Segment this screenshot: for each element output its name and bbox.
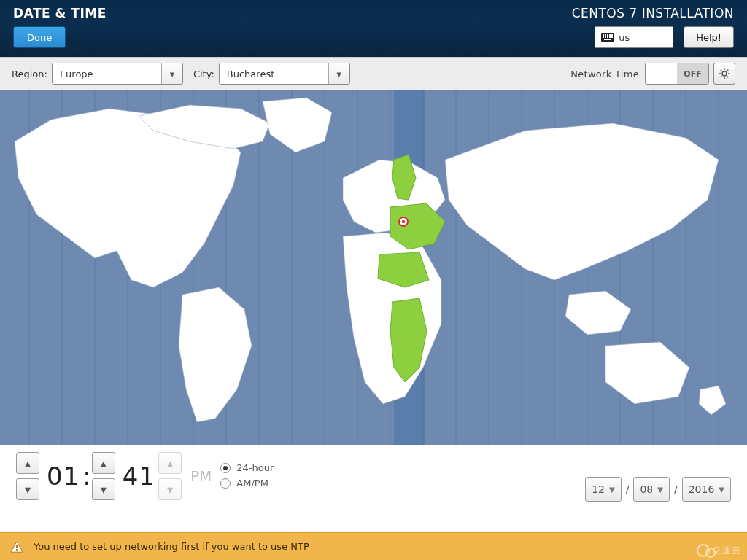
done-button[interactable]: Done: [13, 26, 66, 48]
gear-icon: [719, 68, 730, 79]
minutes-up-button[interactable]: ▴: [92, 452, 115, 474]
svg-line-17: [721, 70, 722, 71]
toggle-on: [646, 63, 677, 84]
hours-down-button[interactable]: ▾: [16, 478, 39, 500]
date-separator: /: [626, 483, 630, 495]
time-ampm: PM: [190, 467, 212, 485]
svg-line-19: [727, 70, 729, 71]
keyboard-icon: [601, 33, 614, 42]
hours-up-button[interactable]: ▴: [16, 452, 39, 474]
time-hours: 01: [45, 462, 81, 491]
time-minutes: 41: [121, 462, 157, 491]
header-right: CENTOS 7 INSTALLATION: [572, 6, 734, 20]
radio-ampm-label: AM/PM: [236, 478, 268, 489]
svg-rect-10: [611, 36, 613, 38]
svg-line-18: [727, 77, 729, 78]
radio-ampm[interactable]: AM/PM: [220, 478, 274, 489]
warning-text: You need to set up networking first if y…: [34, 541, 309, 552]
installer-title: CENTOS 7 INSTALLATION: [572, 6, 734, 20]
ampm-up-button[interactable]: ▴: [158, 452, 182, 474]
keyboard-layout-indicator[interactable]: us: [595, 26, 673, 48]
svg-point-44: [402, 220, 406, 224]
day-value: 08: [640, 483, 653, 495]
chevron-down-icon: ▼: [719, 486, 724, 494]
location-pin: [399, 217, 408, 226]
city-value: Bucharest: [220, 63, 329, 84]
continents: [15, 98, 726, 422]
network-time-toggle[interactable]: OFF: [645, 63, 709, 85]
month-combo[interactable]: 12 ▼: [585, 477, 622, 502]
region-label: Region:: [12, 69, 47, 79]
svg-rect-4: [609, 34, 611, 36]
svg-rect-11: [604, 39, 611, 40]
time-format-group: 24-hour AM/PM: [220, 452, 274, 489]
chevron-down-icon[interactable]: ▾: [329, 63, 349, 84]
radio-24hour[interactable]: 24-hour: [220, 462, 274, 473]
watermark: 亿速云: [697, 544, 741, 557]
warning-icon: [10, 540, 23, 553]
header: DATE & TIME Done CENTOS 7 INSTALLATION u…: [0, 0, 747, 57]
radio-icon: [220, 463, 231, 473]
svg-rect-2: [605, 34, 606, 36]
radio-icon: [220, 478, 231, 489]
svg-rect-9: [609, 36, 611, 38]
svg-rect-1: [603, 34, 604, 36]
time-block: ▴ ▾ 01 : ▴ ▾ 41 ▴ ▾ PM: [16, 452, 212, 500]
svg-rect-7: [605, 36, 606, 38]
toggle-off: OFF: [677, 63, 708, 84]
keyboard-layout-text: us: [619, 32, 630, 43]
network-time-label: Network Time: [570, 69, 639, 79]
ampm-down-button[interactable]: ▾: [158, 478, 182, 500]
date-separator: /: [674, 483, 678, 495]
svg-rect-8: [607, 36, 608, 38]
region-combo[interactable]: Europe ▾: [52, 63, 183, 85]
year-combo[interactable]: 2016 ▼: [682, 477, 731, 502]
radio-24hour-label: 24-hour: [236, 462, 274, 473]
svg-rect-5: [611, 34, 613, 36]
svg-line-20: [721, 77, 722, 78]
day-combo[interactable]: 08 ▼: [633, 477, 670, 502]
date-block: 12 ▼ / 08 ▼ / 2016 ▼: [585, 477, 731, 502]
year-value: 2016: [689, 483, 715, 495]
timezone-map[interactable]: [0, 90, 747, 445]
bottom-controls: ▴ ▾ 01 : ▴ ▾ 41 ▴ ▾ PM 24-hour AM/PM 12 …: [0, 445, 747, 532]
svg-rect-46: [16, 549, 18, 551]
chevron-down-icon: ▼: [657, 486, 663, 494]
svg-rect-3: [607, 34, 608, 36]
svg-point-12: [722, 71, 727, 76]
chevron-down-icon[interactable]: ▾: [162, 63, 182, 84]
chevron-down-icon: ▼: [609, 486, 615, 494]
city-combo[interactable]: Bucharest ▾: [219, 63, 350, 85]
city-label: City:: [193, 69, 214, 79]
minutes-down-button[interactable]: ▾: [92, 478, 115, 500]
ntp-settings-button[interactable]: [713, 63, 735, 85]
svg-rect-6: [603, 36, 604, 38]
svg-rect-45: [16, 545, 18, 548]
warning-bar: You need to set up networking first if y…: [0, 532, 747, 560]
help-button[interactable]: Help!: [684, 26, 734, 48]
month-value: 12: [592, 483, 605, 495]
region-value: Europe: [53, 63, 162, 84]
toolbar: Region: Europe ▾ City: Bucharest ▾ Netwo…: [0, 57, 747, 90]
